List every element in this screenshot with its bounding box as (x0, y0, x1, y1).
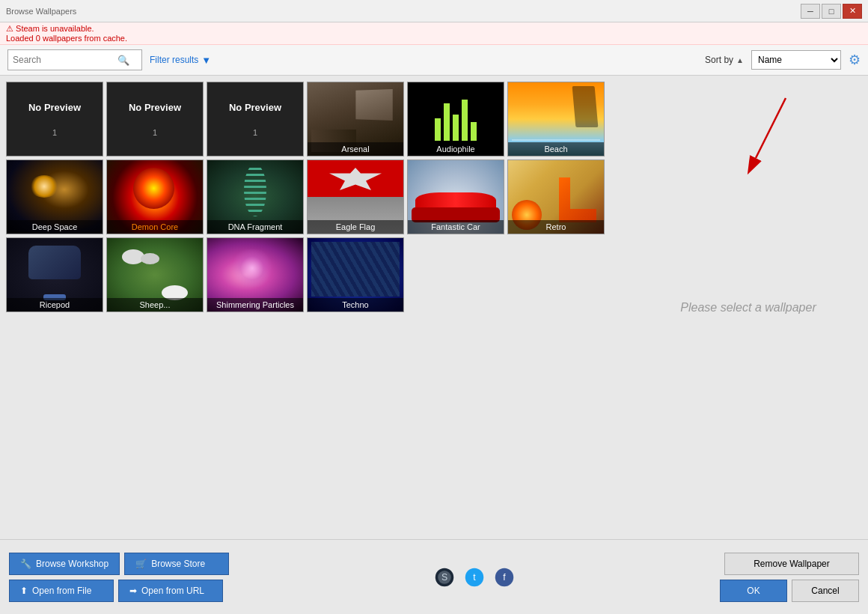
svg-text:S: S (441, 572, 447, 583)
wallpaper-item-dna[interactable]: DNA Fragment (207, 159, 304, 234)
workshop-icon: 🔧 (20, 559, 31, 569)
open-url-button[interactable]: ➡ Open from URL (118, 580, 223, 602)
bottom-right-actions: Remove Wallpaper OK Cancel (720, 553, 859, 602)
wallpaper-label: Arsenal (308, 142, 403, 156)
wallpaper-label: Deep Space (7, 220, 103, 234)
steam-social-icon[interactable]: S (433, 565, 456, 589)
wallpaper-label: Demon Core (107, 220, 203, 234)
search-box: 🔍 (7, 49, 142, 70)
maximize-button[interactable]: □ (822, 4, 841, 19)
audio-bars (435, 100, 477, 141)
wallpaper-item-eagle[interactable]: Eagle Flag (307, 159, 404, 234)
search-icon[interactable]: 🔍 (117, 55, 129, 66)
file-icon: ⬆ (20, 586, 28, 596)
wallpaper-item-beach[interactable]: Beach (507, 82, 605, 156)
facebook-social-icon[interactable]: f (492, 565, 516, 589)
title-bar-title: Browse Wallpapers (6, 7, 76, 16)
bottom-left-actions: 🔧 Browse Workshop 🛒 Browse Store ⬆ Open … (9, 553, 229, 602)
wallpaper-label: Retro (508, 220, 604, 234)
wallpaper-item[interactable]: No Preview 1 (6, 82, 103, 156)
wallpaper-item-sheep[interactable]: Sheep... (106, 237, 204, 312)
wallpaper-item-audiophile[interactable]: Audiophile (407, 82, 504, 156)
title-bar-controls: ─ □ ✕ (801, 4, 862, 19)
retro-shape (559, 177, 596, 222)
wallpaper-label: Fantastic Car (408, 220, 504, 234)
browse-workshop-button[interactable]: 🔧 Browse Workshop (9, 553, 120, 575)
preview-placeholder: Please select a wallpaper (680, 301, 816, 314)
sort-arrow-icon: ▲ (736, 56, 744, 64)
no-preview-count: 1 (153, 128, 157, 137)
filter-label: Filter results (150, 55, 198, 65)
steam-error-line1: ⚠ Steam is unavailable. (6, 24, 862, 34)
wallpaper-item-arsenal[interactable]: Arsenal (307, 82, 404, 156)
settings-gear-button[interactable]: ⚙ (849, 52, 861, 68)
no-preview-count: 1 (52, 128, 57, 137)
no-preview-label: No Preview (28, 102, 81, 113)
close-button[interactable]: ✕ (843, 4, 862, 19)
remove-wallpaper-button[interactable]: Remove Wallpaper (724, 553, 859, 575)
wallpaper-label: Audiophile (408, 142, 504, 156)
no-preview-count: 1 (253, 128, 257, 137)
wallpaper-label: Beach (508, 142, 604, 156)
main-content: No Preview 1 No Preview 1 No Preview 1 A… (0, 76, 868, 539)
wallpaper-grid: No Preview 1 No Preview 1 No Preview 1 A… (6, 82, 623, 312)
red-arrow-annotation (741, 91, 801, 180)
wallpaper-item[interactable]: No Preview 1 (106, 82, 204, 156)
toolbar: 🔍 Filter results ▼ Sort by ▲ Name Date R… (0, 45, 868, 76)
title-bar: Browse Wallpapers ─ □ ✕ (0, 0, 868, 22)
wallpaper-label: Eagle Flag (308, 220, 403, 234)
no-preview-label: No Preview (229, 102, 281, 113)
search-input[interactable] (13, 55, 117, 65)
wallpaper-label: DNA Fragment (207, 220, 303, 234)
bottom-bar: 🔧 Browse Workshop 🛒 Browse Store ⬆ Open … (0, 539, 868, 614)
bottom-row-1: 🔧 Browse Workshop 🛒 Browse Store (9, 553, 229, 575)
open-file-button[interactable]: ⬆ Open from File (9, 580, 114, 602)
twitter-social-icon[interactable]: t (462, 565, 486, 589)
no-preview-label: No Preview (129, 102, 181, 113)
wallpaper-item-retro[interactable]: Retro (507, 159, 605, 234)
store-icon: 🛒 (135, 559, 147, 569)
preview-panel: Please select a wallpaper (629, 76, 868, 539)
wallpaper-item[interactable]: No Preview 1 (207, 82, 304, 156)
wallpaper-panel: No Preview 1 No Preview 1 No Preview 1 A… (0, 76, 629, 539)
wallpaper-item-demon-core[interactable]: Demon Core (106, 159, 204, 234)
wallpaper-item-techno[interactable]: Techno (307, 237, 404, 312)
wallpaper-item-deep-space[interactable]: Deep Space (6, 159, 103, 234)
wallpaper-label: Sheep... (107, 298, 203, 311)
sort-label: Sort by ▲ (705, 55, 744, 65)
svg-line-1 (756, 98, 786, 158)
ok-button[interactable]: OK (720, 580, 787, 602)
bottom-row-2: ⬆ Open from File ➡ Open from URL (9, 580, 229, 602)
wallpaper-item-shimmering[interactable]: Shimmering Particles (207, 237, 304, 312)
wallpaper-item-ricepod[interactable]: Ricepod (6, 237, 103, 312)
ok-cancel-row: OK Cancel (720, 580, 859, 602)
social-icons: S t f (229, 565, 720, 589)
minimize-button[interactable]: ─ (801, 4, 820, 19)
wallpaper-label: Shimmering Particles (207, 298, 303, 311)
filter-button[interactable]: Filter results ▼ (150, 55, 211, 66)
wallpaper-label: Techno (308, 298, 403, 311)
wallpaper-item-car[interactable]: Fantastic Car (407, 159, 504, 234)
browse-store-button[interactable]: 🛒 Browse Store (124, 553, 229, 575)
filter-icon: ▼ (201, 55, 211, 66)
steam-error-bar: ⚠ Steam is unavailable. Loaded 0 wallpap… (0, 22, 868, 45)
cancel-button[interactable]: Cancel (792, 580, 859, 602)
svg-text:f: f (503, 572, 506, 583)
wallpaper-label: Ricepod (7, 298, 103, 311)
steam-error-line2: Loaded 0 wallpapers from cache. (6, 34, 862, 43)
svg-text:t: t (473, 572, 476, 583)
url-icon: ➡ (129, 586, 137, 596)
sort-select[interactable]: Name Date Rating (751, 50, 841, 70)
